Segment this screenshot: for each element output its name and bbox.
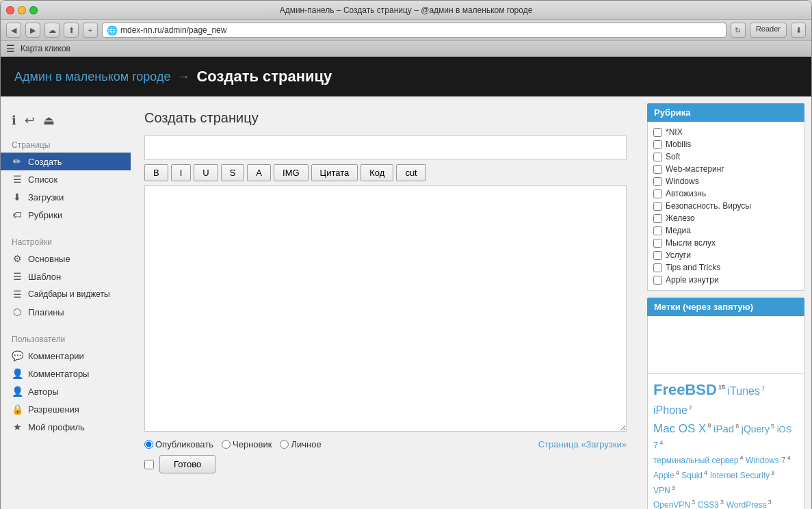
- rubric-item-hardware[interactable]: Железо: [653, 212, 798, 224]
- rubric-checkbox-nix[interactable]: [653, 128, 662, 137]
- img-button[interactable]: IMG: [274, 164, 309, 181]
- sidebar-info-icon[interactable]: ℹ: [12, 113, 16, 128]
- sidebar-forward-icon[interactable]: ↩: [25, 113, 35, 128]
- sidebar-item-template[interactable]: ☰ Шаблон: [1, 267, 131, 285]
- sidebar-item-authors[interactable]: 👤 Авторы: [1, 382, 131, 400]
- rubric-item-nix[interactable]: *NIX: [653, 126, 798, 138]
- draft-radio[interactable]: [222, 440, 231, 449]
- maximize-button[interactable]: [29, 6, 38, 14]
- globe-icon: 🌐: [107, 25, 118, 36]
- sidebar-item-plugins[interactable]: ⬡ Плагины: [1, 303, 131, 321]
- tag-ipad[interactable]: iPad: [713, 423, 734, 434]
- share-button[interactable]: ⬆: [64, 23, 79, 38]
- anchor-button[interactable]: A: [247, 164, 271, 181]
- tag-windows7[interactable]: Windows 7: [746, 456, 786, 465]
- publish-option-draft[interactable]: Черновик: [222, 439, 272, 449]
- site-name[interactable]: Админ в маленьком городе: [14, 70, 170, 84]
- page-content-editor[interactable]: [144, 185, 627, 432]
- quote-button[interactable]: Цитата: [311, 164, 358, 181]
- strikethrough-button[interactable]: S: [221, 164, 245, 181]
- rubric-checkbox-apple[interactable]: [653, 276, 662, 285]
- private-radio[interactable]: [280, 440, 289, 449]
- sidebar-item-authors-label: Авторы: [28, 387, 59, 397]
- sidebar-item-profile[interactable]: ★ Мой профиль: [1, 418, 131, 436]
- rubric-item-tips[interactable]: Tips and Tricks: [653, 261, 798, 274]
- sidebar-item-list[interactable]: ☰ Список: [1, 170, 131, 188]
- tag-openvpn[interactable]: OpenVPN: [653, 500, 690, 509]
- rubric-checkbox-tips[interactable]: [653, 263, 662, 272]
- sidebar-item-sidebars[interactable]: ☰ Сайдбары и виджеты: [1, 285, 131, 303]
- download-button[interactable]: ⬇: [791, 23, 806, 38]
- address-bar[interactable]: 🌐 mdex-nn.ru/admin/page_new: [102, 23, 726, 38]
- italic-button[interactable]: I: [171, 164, 192, 181]
- rubric-checkbox-webmastering[interactable]: [653, 165, 662, 174]
- done-checkbox[interactable]: [144, 460, 154, 469]
- rubric-checkbox-windows[interactable]: [653, 177, 662, 186]
- rubric-item-security[interactable]: Безопасность. Вирусы: [653, 200, 798, 212]
- sidebar-item-comments[interactable]: 💬 Комментарии: [1, 347, 131, 365]
- rubric-checkbox-soft[interactable]: [653, 153, 662, 161]
- rubric-checkbox-services[interactable]: [653, 251, 662, 260]
- tag-macosx[interactable]: Mac OS X: [653, 422, 706, 435]
- rubric-item-webmastering[interactable]: Web-мастеринг: [653, 163, 798, 175]
- window-controls: [6, 6, 38, 14]
- tag-wordpress[interactable]: WordPress: [726, 500, 767, 509]
- sidebar-logout-icon[interactable]: ⏏: [43, 113, 55, 128]
- forward-button[interactable]: ▶: [25, 23, 40, 38]
- page-title-input[interactable]: [144, 135, 627, 160]
- rubric-item-windows[interactable]: Windows: [653, 175, 798, 187]
- done-button[interactable]: Готово: [159, 455, 215, 473]
- publish-row: Опубликовать Черновик Личное Страница «З…: [144, 439, 627, 449]
- reader-button[interactable]: Reader: [750, 23, 787, 38]
- refresh-button[interactable]: ↻: [731, 23, 746, 38]
- uploads-link[interactable]: Страница «Загрузки»: [538, 439, 627, 449]
- publish-option-publish[interactable]: Опубликовать: [144, 439, 213, 449]
- cloud-button[interactable]: ☁: [44, 23, 60, 38]
- publish-option-private[interactable]: Личное: [280, 439, 321, 449]
- rubric-item-autolife[interactable]: Автожизнь: [653, 187, 798, 200]
- sidebar-item-basic[interactable]: ⚙ Основные: [1, 250, 131, 267]
- sidebar-item-permissions[interactable]: 🔒 Разрешения: [1, 400, 131, 418]
- rubric-checkbox-mobilis[interactable]: [653, 140, 662, 149]
- rubric-item-media[interactable]: Медиа: [653, 224, 798, 237]
- sidebar-item-basic-label: Основные: [28, 254, 70, 264]
- rubric-item-thoughts[interactable]: Мысли вслух: [653, 237, 798, 249]
- rubric-checkbox-security[interactable]: [653, 202, 662, 211]
- rubric-section: Рубрика *NIX Mobilis Soft: [647, 103, 804, 291]
- bookmark-label[interactable]: Карта кликов: [21, 44, 70, 53]
- code-button[interactable]: Код: [361, 164, 393, 181]
- publish-radio[interactable]: [144, 440, 153, 449]
- sidebar-item-create[interactable]: ✏ Создать: [1, 153, 131, 170]
- cut-button[interactable]: cut: [396, 164, 425, 181]
- bold-button[interactable]: B: [144, 164, 168, 181]
- back-button[interactable]: ◀: [6, 23, 21, 38]
- rubric-item-soft[interactable]: Soft: [653, 151, 798, 163]
- minimize-button[interactable]: [18, 6, 26, 14]
- close-button[interactable]: [6, 6, 14, 14]
- underline-button[interactable]: U: [194, 164, 218, 181]
- rubric-checkbox-thoughts[interactable]: [653, 239, 662, 248]
- sidebar-item-commentators[interactable]: 👤 Комментаторы: [1, 365, 131, 382]
- tag-internet-security[interactable]: Internet Security: [710, 471, 770, 480]
- tag-css3[interactable]: CSS3: [698, 500, 719, 509]
- tag-freebsd[interactable]: FreeBSD: [653, 381, 717, 398]
- rubric-item-apple[interactable]: Apple изнутри: [653, 274, 798, 286]
- tag-squid[interactable]: Squid: [681, 471, 703, 480]
- tag-jquery[interactable]: jQuery: [742, 423, 770, 434]
- tags-input[interactable]: [648, 316, 804, 371]
- tag-vpn[interactable]: VPN: [653, 486, 670, 495]
- tags-section: Метки (через запятую) FreeBSD15 iTunes7 …: [647, 298, 804, 509]
- template-icon: ☰: [12, 271, 23, 282]
- rubric-checkbox-autolife[interactable]: [653, 190, 662, 198]
- new-tab-button[interactable]: +: [83, 23, 98, 38]
- rubric-checkbox-media[interactable]: [653, 226, 662, 235]
- tag-itunes[interactable]: iTunes: [728, 385, 760, 397]
- rubric-item-mobilis[interactable]: Mobilis: [653, 138, 798, 151]
- tag-iphone[interactable]: iPhone: [653, 404, 687, 416]
- tag-apple[interactable]: Apple: [653, 471, 675, 480]
- tag-terminal-server[interactable]: терминальный сервер: [653, 456, 738, 465]
- sidebar-item-rubrics[interactable]: 🏷 Рубрики: [1, 206, 131, 224]
- rubric-checkbox-hardware[interactable]: [653, 214, 662, 223]
- rubric-item-services[interactable]: Услуги: [653, 249, 798, 261]
- sidebar-item-downloads[interactable]: ⬇ Загрузки: [1, 188, 131, 206]
